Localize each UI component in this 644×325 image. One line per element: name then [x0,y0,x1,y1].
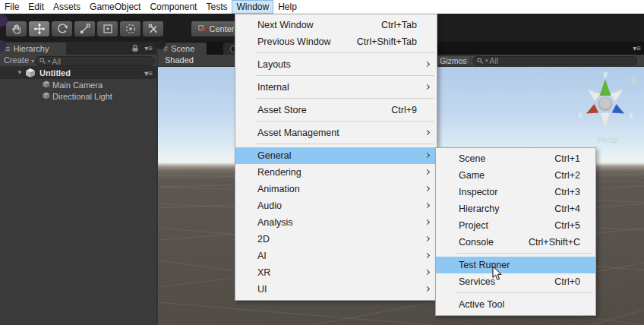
submenu-arrow-icon [425,62,430,67]
wrench-icon [147,23,159,35]
menu-item-shortcut: Ctrl+3 [554,187,580,197]
menu-item-ai[interactable]: AI [235,248,437,264]
scale-icon [79,23,91,35]
menu-item-active-tool[interactable]: Active Tool [436,296,595,313]
menu-item-label: Previous Window [257,36,357,47]
submenu-arrow-icon [425,203,430,208]
menu-item-label: 2D [257,234,417,245]
tab-hierarchy[interactable]: ≡ Hierarchy [0,43,66,55]
menubar-item-help[interactable]: Help [273,0,301,14]
menu-item-hierarchy[interactable]: Hierarchy Ctrl+4 [436,200,595,217]
scene-search-input[interactable]: ▾ All [472,56,637,65]
menu-separator [456,253,593,254]
menu-item-shortcut: Ctrl+Tab [381,20,417,30]
foldout-triangle-icon[interactable]: ▼ [17,69,23,76]
menubar: File Edit Assets GameObject Component Te… [0,0,644,14]
menu-separator [256,98,434,99]
submenu-arrow-icon [425,219,430,225]
panel-menu-icon[interactable]: ▾≡ [633,44,641,52]
menu-item-animation[interactable]: Animation [235,181,437,197]
gameobject-cube-icon [43,80,50,88]
menu-item-general[interactable]: General [235,147,437,164]
submenu-arrow-icon [425,169,430,175]
hierarchy-toolbar: Create ▾ ▾ All [0,55,156,67]
menu-item-asset-store[interactable]: Asset Store Ctrl+9 [235,102,437,118]
menu-item-label: Active Tool [459,299,580,310]
menu-item-analysis[interactable]: Analysis [235,214,437,231]
move-tool-button[interactable] [29,21,49,36]
menu-separator [256,121,434,121]
rect-tool-icon [102,23,114,35]
menu-item-rendering[interactable]: Rendering [235,164,437,181]
menu-item-label: XR [257,267,417,278]
menubar-item-tests[interactable]: Tests [201,0,232,14]
menu-item-label: Animation [257,184,417,194]
menu-item-project[interactable]: Project Ctrl+5 [436,217,595,234]
hierarchy-search-text: All [52,57,62,66]
menubar-item-edit[interactable]: Edit [24,0,49,14]
menu-item-scene[interactable]: Scene Ctrl+1 [436,150,595,167]
menubar-item-component[interactable]: Component [145,0,201,14]
menu-item-asset-management[interactable]: Asset Management [235,125,437,141]
create-button[interactable]: Create ▾ [4,55,34,65]
menu-item-ui[interactable]: UI [235,281,437,298]
menu-item-2d[interactable]: 2D [235,231,437,248]
menubar-item-window[interactable]: Window [232,0,273,14]
pivot-center-label: Center [209,24,234,33]
menu-item-xr[interactable]: XR [235,264,437,281]
menu-item-label: Next Window [257,20,381,30]
scale-tool-button[interactable] [74,21,95,36]
menu-item-label: Inspector [459,187,554,197]
perspective-label[interactable]: Persp [597,135,619,144]
hand-tool-button[interactable] [6,21,27,36]
lock-icon[interactable] [131,44,139,52]
hierarchy-search-input[interactable]: ▾ All [35,56,155,66]
menu-item-label: Internal [257,82,417,93]
create-label: Create [4,55,29,65]
rect-tool-button[interactable] [97,21,118,36]
transform-tool-button[interactable] [120,21,140,36]
mouse-cursor [492,266,503,281]
menu-item-services[interactable]: Services Ctrl+0 [436,273,595,290]
menu-item-console[interactable]: Console Ctrl+Shift+C [436,234,595,251]
menu-item-label: Analysis [257,217,417,228]
submenu-arrow-icon [425,236,430,241]
custom-tools-button[interactable] [143,21,163,36]
submenu-arrow-icon [425,186,430,191]
hierarchy-panel: ≡ Hierarchy ▾≡ Create ▾ ▾ All ▼ Un [0,42,156,325]
rotate-tool-button[interactable] [52,21,72,36]
panel-menu-icon[interactable]: ▾≡ [144,44,153,52]
submenu-arrow-icon [425,270,430,275]
menubar-item-gameobject[interactable]: GameObject [85,0,145,14]
menu-item-next-window[interactable]: Next Window Ctrl+Tab [235,17,437,33]
menu-item-internal[interactable]: Internal [235,79,437,96]
menu-item-previous-window[interactable]: Previous Window Ctrl+Shift+Tab [235,33,437,50]
menu-item-test-runner[interactable]: Test Runner [436,257,595,273]
menu-item-label: Test Runner [459,260,580,270]
menubar-item-assets[interactable]: Assets [49,0,85,14]
gizmos-label: Gizmos [437,56,470,65]
hierarchy-scene-row[interactable]: ▼ Untitled ▾≡ [0,67,156,79]
menubar-item-file[interactable]: File [0,0,24,14]
menu-item-label: Console [459,237,529,248]
scene-row-menu-icon[interactable]: ▾≡ [144,69,153,77]
menu-item-audio[interactable]: Audio [235,197,437,214]
submenu-arrow-icon [425,286,430,292]
search-filter-chevron-icon: ▾ [48,58,51,65]
pivot-icon [198,25,206,33]
menu-item-label: General [257,150,417,161]
hierarchy-item-directional-light[interactable]: Directional Light [0,90,156,102]
menu-item-label: Game [459,170,554,181]
menu-item-label: Hierarchy [459,204,554,214]
menu-item-label: Audio [257,200,417,211]
menu-item-shortcut: Ctrl+1 [554,153,580,164]
shading-mode-dropdown[interactable]: Shaded [165,55,194,65]
hand-icon [11,23,23,35]
menu-item-layouts[interactable]: Layouts [235,56,437,73]
hierarchy-item-main-camera[interactable]: Main Camera [0,79,156,90]
axis-x-label: x [578,111,582,119]
menu-item-inspector[interactable]: Inspector Ctrl+3 [436,184,595,200]
menu-item-game[interactable]: Game Ctrl+2 [436,167,595,184]
menu-separator [256,75,434,76]
menu-item-label: Services [459,276,554,287]
